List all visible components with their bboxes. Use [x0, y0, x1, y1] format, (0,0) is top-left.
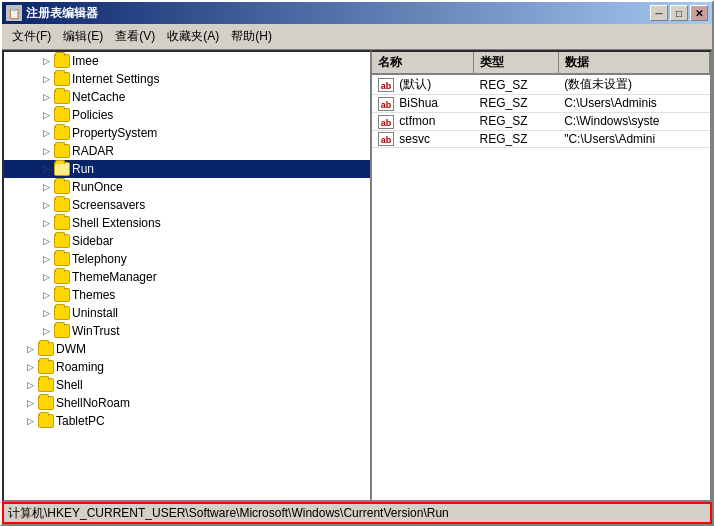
row-data: C:\Windows\syste	[558, 112, 709, 130]
maximize-button[interactable]: □	[670, 5, 688, 21]
tree-item-themes[interactable]: ▷ Themes	[4, 286, 370, 304]
title-bar: 📋 注册表编辑器 ─ □ ✕	[2, 2, 712, 24]
folder-icon	[54, 198, 70, 212]
toggle-icon: ▷	[40, 289, 52, 301]
tree-item-label: Themes	[72, 288, 115, 302]
minimize-button[interactable]: ─	[650, 5, 668, 21]
tree-item-runonce[interactable]: ▷ RunOnce	[4, 178, 370, 196]
tree-item-run[interactable]: ▷ Run	[4, 160, 370, 178]
menu-bar: 文件(F) 编辑(E) 查看(V) 收藏夹(A) 帮助(H)	[2, 24, 712, 50]
tree-item-label: Internet Settings	[72, 72, 159, 86]
toggle-icon: ▷	[40, 163, 52, 175]
tree-item-label: Screensavers	[72, 198, 145, 212]
folder-icon	[54, 180, 70, 194]
tree-item-imee[interactable]: ▷ Imee	[4, 52, 370, 70]
tree-item-label: Sidebar	[72, 234, 113, 248]
row-name: ab BiShua	[372, 95, 474, 113]
toggle-icon: ▷	[40, 253, 52, 265]
menu-help[interactable]: 帮助(H)	[225, 26, 278, 47]
toggle-icon: ▷	[24, 397, 36, 409]
tree-item-label: ShellNoRoam	[56, 396, 130, 410]
tree-item-label: PropertySystem	[72, 126, 157, 140]
toggle-icon: ▷	[24, 415, 36, 427]
toggle-icon: ▷	[40, 181, 52, 193]
tree-item-shell[interactable]: ▷ Shell	[4, 376, 370, 394]
tree-item-uninstall[interactable]: ▷ Uninstall	[4, 304, 370, 322]
toggle-icon: ▷	[40, 109, 52, 121]
folder-icon	[54, 144, 70, 158]
status-bar: 计算机\HKEY_CURRENT_USER\Software\Microsoft…	[2, 502, 712, 524]
registry-table: 名称 类型 数据 ab (默认) REG_SZ (数值未设置)	[372, 52, 710, 148]
tree-item-radar[interactable]: ▷ RADAR	[4, 142, 370, 160]
col-name[interactable]: 名称	[372, 52, 474, 74]
window-title: 注册表编辑器	[26, 5, 98, 22]
tree-item-label: ThemeManager	[72, 270, 157, 284]
reg-value-icon: ab	[378, 132, 394, 146]
folder-icon	[54, 288, 70, 302]
row-name: ab (默认)	[372, 74, 474, 95]
folder-icon	[54, 306, 70, 320]
close-button[interactable]: ✕	[690, 5, 708, 21]
col-type[interactable]: 类型	[474, 52, 559, 74]
row-type: REG_SZ	[474, 95, 559, 113]
title-bar-buttons: ─ □ ✕	[650, 5, 708, 21]
tree-item-tabletpc[interactable]: ▷ TabletPC	[4, 412, 370, 430]
main-area: ▷ Imee ▷ Internet Settings ▷ NetCache ▷ …	[2, 50, 712, 502]
toggle-icon: ▷	[40, 217, 52, 229]
table-row[interactable]: ab (默认) REG_SZ (数值未设置)	[372, 74, 710, 95]
toggle-icon: ▷	[40, 307, 52, 319]
tree-item-wintrust[interactable]: ▷ WinTrust	[4, 322, 370, 340]
menu-file[interactable]: 文件(F)	[6, 26, 57, 47]
registry-editor-window: 📋 注册表编辑器 ─ □ ✕ 文件(F) 编辑(E) 查看(V) 收藏夹(A) …	[0, 0, 714, 526]
folder-icon	[38, 360, 54, 374]
tree-item-policies[interactable]: ▷ Policies	[4, 106, 370, 124]
title-bar-text: 📋 注册表编辑器	[6, 5, 98, 22]
tree-item-dwm[interactable]: ▷ DWM	[4, 340, 370, 358]
registry-tree[interactable]: ▷ Imee ▷ Internet Settings ▷ NetCache ▷ …	[2, 50, 372, 502]
tree-item-label: Shell Extensions	[72, 216, 161, 230]
tree-item-shellnoroam[interactable]: ▷ ShellNoRoam	[4, 394, 370, 412]
tree-item-label: DWM	[56, 342, 86, 356]
tree-item-label: Shell	[56, 378, 83, 392]
toggle-icon: ▷	[40, 55, 52, 67]
row-data: "C:\Users\Admini	[558, 130, 709, 148]
toggle-icon: ▷	[40, 235, 52, 247]
tree-item-thememanager[interactable]: ▷ ThemeManager	[4, 268, 370, 286]
menu-edit[interactable]: 编辑(E)	[57, 26, 109, 47]
tree-item-roaming[interactable]: ▷ Roaming	[4, 358, 370, 376]
tree-item-telephony[interactable]: ▷ Telephony	[4, 250, 370, 268]
tree-item-label: Roaming	[56, 360, 104, 374]
toggle-icon: ▷	[40, 145, 52, 157]
folder-icon	[54, 54, 70, 68]
folder-icon	[54, 90, 70, 104]
toggle-icon: ▷	[40, 271, 52, 283]
folder-icon	[54, 126, 70, 140]
tree-item-shell-extensions[interactable]: ▷ Shell Extensions	[4, 214, 370, 232]
toggle-icon: ▷	[24, 361, 36, 373]
tree-item-internet-settings[interactable]: ▷ Internet Settings	[4, 70, 370, 88]
reg-value-icon: ab	[378, 78, 394, 92]
reg-value-icon: ab	[378, 97, 394, 111]
folder-icon	[38, 378, 54, 392]
folder-icon	[54, 234, 70, 248]
row-type: REG_SZ	[474, 130, 559, 148]
tree-item-screensavers[interactable]: ▷ Screensavers	[4, 196, 370, 214]
tree-item-label: NetCache	[72, 90, 125, 104]
menu-favorites[interactable]: 收藏夹(A)	[161, 26, 225, 47]
registry-values-panel[interactable]: 名称 类型 数据 ab (默认) REG_SZ (数值未设置)	[372, 50, 712, 502]
table-row[interactable]: ab ctfmon REG_SZ C:\Windows\syste	[372, 112, 710, 130]
toggle-icon: ▷	[40, 199, 52, 211]
folder-icon	[54, 108, 70, 122]
tree-item-sidebar[interactable]: ▷ Sidebar	[4, 232, 370, 250]
col-data[interactable]: 数据	[558, 52, 709, 74]
folder-icon	[54, 252, 70, 266]
row-type: REG_SZ	[474, 74, 559, 95]
table-row[interactable]: ab BiShua REG_SZ C:\Users\Adminis	[372, 95, 710, 113]
tree-item-netcache[interactable]: ▷ NetCache	[4, 88, 370, 106]
table-row[interactable]: ab sesvc REG_SZ "C:\Users\Admini	[372, 130, 710, 148]
folder-icon	[54, 324, 70, 338]
menu-view[interactable]: 查看(V)	[109, 26, 161, 47]
toggle-icon: ▷	[40, 73, 52, 85]
tree-item-label: TabletPC	[56, 414, 105, 428]
tree-item-propertysystem[interactable]: ▷ PropertySystem	[4, 124, 370, 142]
